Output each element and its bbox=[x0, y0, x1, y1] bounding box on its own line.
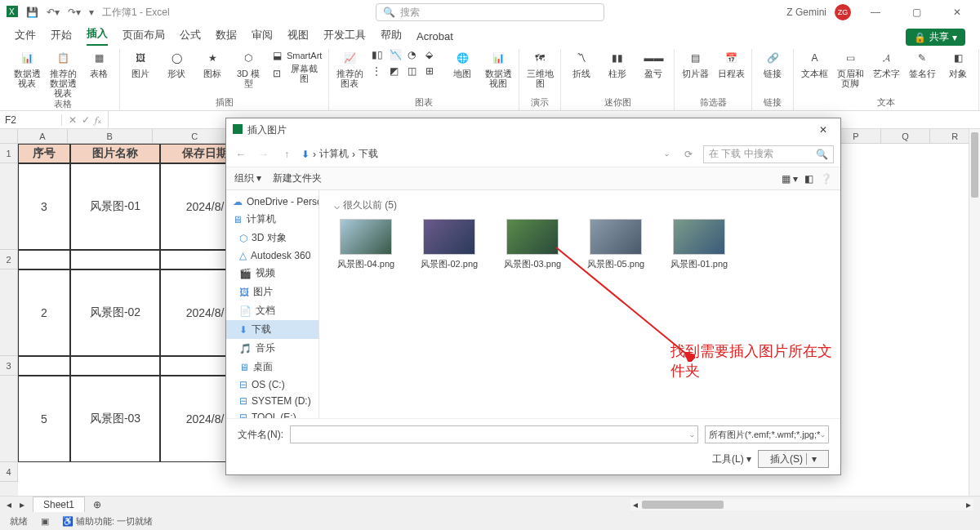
organize-menu[interactable]: 组织 ▾ bbox=[234, 171, 261, 185]
timeline-button[interactable]: 📅日程表 bbox=[717, 49, 745, 78]
chart-gallery[interactable]: ▮▯📉◔⬙ ⋮◩◫⊞ bbox=[372, 49, 440, 78]
help-icon[interactable]: ❔ bbox=[820, 173, 832, 185]
pivot-table-button[interactable]: 📊数据透视表 bbox=[13, 49, 41, 88]
nav-item[interactable]: ☁OneDrive - Perso bbox=[226, 194, 318, 210]
tab-dev[interactable]: 开发工具 bbox=[323, 28, 366, 46]
fx-icon[interactable]: 𝑓ₓ bbox=[95, 114, 101, 126]
file-item[interactable]: 风景图-04.png bbox=[334, 219, 398, 270]
sparkline-column-button[interactable]: ▮▮柱形 bbox=[604, 49, 631, 78]
link-button[interactable]: 🔗链接 bbox=[759, 49, 786, 78]
refresh-button[interactable]: ⟳ bbox=[680, 146, 697, 163]
add-sheet-button[interactable]: ⊕ bbox=[93, 499, 101, 510]
nav-item[interactable]: ⊟OS (C:) bbox=[226, 376, 318, 393]
enter-icon[interactable]: ✓ bbox=[82, 114, 90, 126]
redo-icon[interactable]: ↷▾ bbox=[68, 7, 81, 18]
recommended-pivot-button[interactable]: 📋推荐的数据透视表 bbox=[49, 49, 77, 98]
avatar[interactable]: ZG bbox=[835, 4, 851, 20]
sheet-nav-next[interactable]: ▸ bbox=[20, 499, 24, 510]
tools-menu[interactable]: 工具(L) ▾ bbox=[712, 452, 751, 466]
close-button[interactable]: ✕ bbox=[941, 1, 973, 24]
pivot-chart-button[interactable]: 📊数据透视图 bbox=[484, 49, 512, 88]
table-cell[interactable]: 5 bbox=[18, 376, 70, 462]
wordart-button[interactable]: 𝓐艺术字 bbox=[872, 49, 900, 78]
minimize-button[interactable]: — bbox=[859, 1, 892, 24]
save-icon[interactable]: 💾 bbox=[26, 7, 38, 18]
nav-item[interactable]: 🎬视频 bbox=[226, 264, 318, 283]
column-header[interactable]: B bbox=[68, 129, 153, 144]
row-header[interactable] bbox=[0, 376, 18, 462]
row-header[interactable]: 4 bbox=[0, 462, 18, 482]
tab-help[interactable]: 帮助 bbox=[381, 28, 402, 46]
tab-pagelayout[interactable]: 页面布局 bbox=[122, 28, 165, 46]
row-header[interactable] bbox=[0, 163, 18, 250]
dialog-search[interactable]: 在 下载 中搜索🔍 bbox=[703, 145, 834, 163]
table-header-cell[interactable]: 序号 bbox=[18, 144, 70, 163]
shapes-button[interactable]: ◯形状 bbox=[163, 49, 190, 78]
row-header[interactable] bbox=[0, 269, 18, 356]
nav-item[interactable]: ⊟TOOL (E:) bbox=[226, 409, 318, 418]
tab-data[interactable]: 数据 bbox=[216, 28, 237, 46]
header-footer-button[interactable]: ▭页眉和页脚 bbox=[836, 49, 864, 88]
table-cell[interactable]: 风景图-01 bbox=[70, 163, 160, 250]
file-type-filter[interactable]: 所有图片(*.emf;*.wmf;*.jpg;*⌵ bbox=[705, 425, 829, 443]
pictures-button[interactable]: 🖼图片 bbox=[127, 49, 154, 78]
up-button[interactable]: ↑ bbox=[278, 146, 295, 163]
cancel-icon[interactable]: ✕ bbox=[69, 114, 77, 126]
nav-item[interactable]: ⬇下载 bbox=[226, 320, 318, 339]
file-item[interactable]: 风景图-02.png bbox=[417, 219, 481, 270]
recommended-charts-button[interactable]: 📈推荐的图表 bbox=[336, 49, 363, 88]
search-box[interactable]: 🔍 搜索 bbox=[376, 3, 604, 21]
row-header[interactable]: 1 bbox=[0, 144, 18, 163]
3d-models-button[interactable]: ⬡3D 模型 bbox=[234, 49, 262, 88]
sheet-tab[interactable]: Sheet1 bbox=[33, 497, 85, 512]
undo-icon[interactable]: ↶▾ bbox=[47, 7, 60, 18]
insert-button[interactable]: 插入(S) ▾ bbox=[758, 450, 829, 468]
nav-item[interactable]: 🖥计算机 bbox=[226, 210, 318, 229]
tab-insert[interactable]: 插入 bbox=[87, 26, 108, 46]
tab-home[interactable]: 开始 bbox=[51, 28, 72, 46]
slicer-button[interactable]: ▤切片器 bbox=[681, 49, 709, 78]
horizontal-scrollbar[interactable]: ◂▸ bbox=[630, 499, 973, 510]
tab-file[interactable]: 文件 bbox=[15, 28, 36, 46]
nav-item[interactable]: ⊟SYSTEM (D:) bbox=[226, 393, 318, 409]
share-button[interactable]: 🔒 共享 ▾ bbox=[906, 29, 965, 46]
table-cell[interactable]: 风景图-02 bbox=[70, 269, 160, 356]
table-cell[interactable]: 2 bbox=[18, 269, 70, 356]
back-button[interactable]: ← bbox=[233, 146, 249, 163]
user-name[interactable]: Z Gemini bbox=[786, 7, 826, 18]
map-button[interactable]: 🌐地图 bbox=[448, 49, 476, 78]
nav-item[interactable]: ⬡3D 对象 bbox=[226, 229, 318, 247]
close-icon[interactable]: ✕ bbox=[813, 122, 834, 138]
table-cell[interactable]: 风景图-03 bbox=[70, 376, 160, 462]
3d-map-button[interactable]: 🗺三维地图 bbox=[526, 49, 554, 88]
table-button[interactable]: ▦表格 bbox=[85, 49, 113, 78]
sparkline-winloss-button[interactable]: ▬▬盈亏 bbox=[639, 49, 667, 78]
tab-view[interactable]: 视图 bbox=[287, 28, 309, 46]
name-box[interactable]: F2 bbox=[0, 114, 62, 126]
folder-tree[interactable]: ☁OneDrive - Perso🖥计算机⬡3D 对象△Autodesk 360… bbox=[226, 190, 319, 418]
new-folder-button[interactable]: 新建文件夹 bbox=[273, 171, 322, 185]
preview-pane-button[interactable]: ◧ bbox=[804, 173, 813, 185]
forward-button[interactable]: → bbox=[256, 146, 272, 163]
nav-item[interactable]: △Autodesk 360 bbox=[226, 247, 318, 264]
smartart-button[interactable]: ⬓SmartArt bbox=[270, 49, 322, 62]
tab-acrobat[interactable]: Acrobat bbox=[416, 30, 453, 46]
object-button[interactable]: ◧对象 bbox=[944, 49, 972, 78]
tab-review[interactable]: 审阅 bbox=[252, 28, 273, 46]
tab-formulas[interactable]: 公式 bbox=[180, 28, 201, 46]
signature-button[interactable]: ✎签名行 bbox=[908, 49, 936, 78]
row-header[interactable]: 3 bbox=[0, 356, 18, 376]
macro-record-icon[interactable]: ▣ bbox=[41, 516, 49, 527]
breadcrumb[interactable]: ⬇ ›计算机›下载 ⌵ bbox=[301, 147, 674, 161]
nav-item[interactable]: 📄文档 bbox=[226, 301, 318, 320]
icons-button[interactable]: ★图标 bbox=[198, 49, 226, 78]
nav-item[interactable]: 🖥桌面 bbox=[226, 358, 318, 376]
filename-input[interactable]: ⌵ bbox=[290, 425, 698, 443]
table-cell[interactable]: 3 bbox=[18, 163, 70, 250]
file-list[interactable]: ⌵ 很久以前 (5) 风景图-04.png风景图-02.png风景图-03.pn… bbox=[319, 190, 840, 418]
textbox-button[interactable]: A文本框 bbox=[800, 49, 828, 78]
screenshot-button[interactable]: ⊡屏幕截图 bbox=[270, 64, 322, 83]
nav-item[interactable]: 🖼图片 bbox=[226, 283, 318, 301]
sheet-nav-prev[interactable]: ◂ bbox=[7, 499, 11, 510]
sparkline-line-button[interactable]: 〽折线 bbox=[568, 49, 595, 78]
